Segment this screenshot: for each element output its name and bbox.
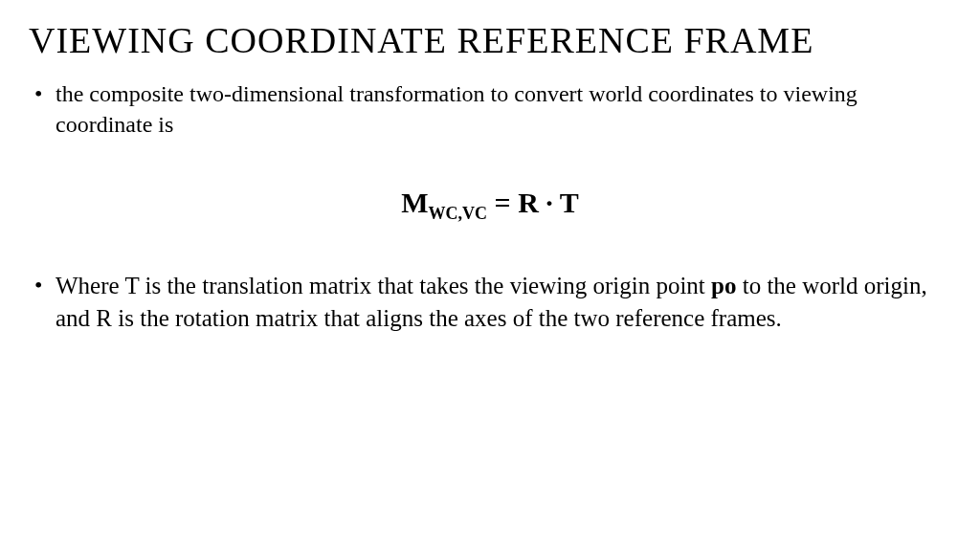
bullet-list: the composite two-dimensional transforma…: [29, 78, 951, 141]
equation-equals: =: [487, 187, 518, 218]
bullet-2-bold: po: [711, 273, 736, 298]
bullet-item-2: Where T is the translation matrix that t…: [29, 270, 951, 335]
equation-subscript: WC,VC: [429, 204, 488, 223]
bullet-list-2: Where T is the translation matrix that t…: [29, 270, 951, 335]
slide-title: VIEWING COORDINATE REFERENCE FRAME: [29, 19, 951, 61]
equation: MWC,VC = R · T: [29, 187, 951, 224]
equation-R: R: [518, 187, 539, 218]
equation-M: M: [401, 187, 428, 218]
bullet-2-text-1: Where T is the translation matrix that t…: [56, 273, 711, 298]
equation-dot: ·: [539, 187, 560, 218]
bullet-item-1: the composite two-dimensional transforma…: [29, 78, 951, 141]
equation-T: T: [560, 187, 579, 218]
